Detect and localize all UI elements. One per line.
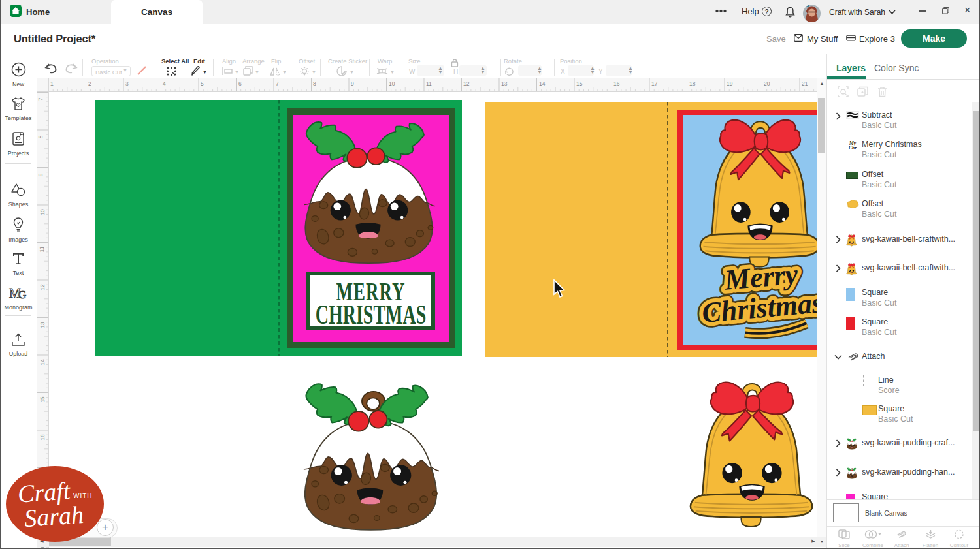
svg-text:G: G [18, 289, 26, 300]
svg-text:Chr: Chr [849, 145, 857, 150]
